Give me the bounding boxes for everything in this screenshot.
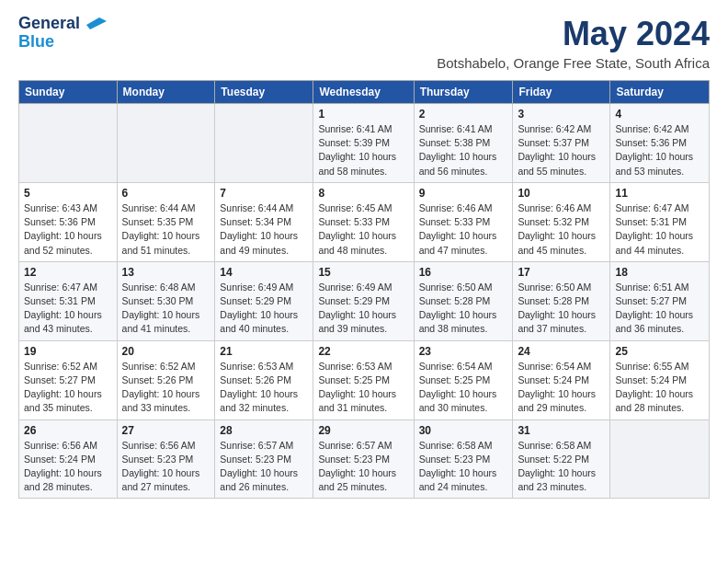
calendar-cell	[117, 104, 215, 183]
day-number: 15	[318, 266, 408, 279]
day-number: 26	[24, 424, 112, 437]
calendar-cell: 15Sunrise: 6:49 AMSunset: 5:29 PMDayligh…	[313, 261, 414, 340]
day-number: 13	[122, 266, 210, 279]
day-number: 20	[122, 345, 210, 358]
day-number: 7	[220, 187, 308, 200]
calendar-week-2: 5Sunrise: 6:43 AMSunset: 5:36 PMDaylight…	[19, 182, 710, 261]
calendar-cell: 16Sunrise: 6:50 AMSunset: 5:28 PMDayligh…	[414, 261, 513, 340]
subtitle: Botshabelo, Orange Free State, South Afr…	[437, 55, 710, 71]
day-info: Sunrise: 6:57 AMSunset: 5:23 PMDaylight:…	[318, 439, 408, 495]
day-info: Sunrise: 6:54 AMSunset: 5:25 PMDaylight:…	[419, 360, 508, 416]
calendar-cell: 17Sunrise: 6:50 AMSunset: 5:28 PMDayligh…	[513, 261, 610, 340]
day-info: Sunrise: 6:46 AMSunset: 5:32 PMDaylight:…	[518, 201, 605, 258]
calendar-cell	[19, 104, 118, 183]
calendar-header-monday: Monday	[117, 81, 215, 104]
day-info: Sunrise: 6:54 AMSunset: 5:24 PMDaylight:…	[518, 360, 605, 416]
calendar-cell: 21Sunrise: 6:53 AMSunset: 5:26 PMDayligh…	[215, 340, 313, 419]
calendar-cell: 4Sunrise: 6:42 AMSunset: 5:36 PMDaylight…	[610, 104, 710, 183]
calendar-cell: 20Sunrise: 6:52 AMSunset: 5:26 PMDayligh…	[117, 340, 215, 419]
calendar-header-tuesday: Tuesday	[215, 81, 313, 104]
main-title: May 2024	[437, 15, 710, 53]
calendar-cell: 6Sunrise: 6:44 AMSunset: 5:35 PMDaylight…	[117, 182, 215, 261]
svg-marker-0	[86, 17, 107, 29]
logo-wing-icon	[86, 17, 107, 30]
day-number: 30	[419, 424, 508, 437]
calendar-cell: 30Sunrise: 6:58 AMSunset: 5:23 PMDayligh…	[414, 419, 513, 499]
calendar-cell: 22Sunrise: 6:53 AMSunset: 5:25 PMDayligh…	[313, 340, 414, 419]
day-info: Sunrise: 6:58 AMSunset: 5:22 PMDaylight:…	[518, 439, 605, 495]
day-number: 23	[419, 345, 508, 358]
day-number: 25	[615, 345, 704, 358]
day-info: Sunrise: 6:56 AMSunset: 5:23 PMDaylight:…	[122, 439, 210, 495]
day-info: Sunrise: 6:44 AMSunset: 5:34 PMDaylight:…	[220, 201, 308, 258]
day-number: 27	[122, 424, 210, 437]
calendar-cell: 5Sunrise: 6:43 AMSunset: 5:36 PMDaylight…	[19, 182, 118, 261]
calendar-cell: 19Sunrise: 6:52 AMSunset: 5:27 PMDayligh…	[19, 340, 118, 419]
day-number: 22	[318, 345, 408, 358]
day-info: Sunrise: 6:43 AMSunset: 5:36 PMDaylight:…	[24, 201, 112, 258]
calendar-cell: 8Sunrise: 6:45 AMSunset: 5:33 PMDaylight…	[313, 182, 414, 261]
day-info: Sunrise: 6:50 AMSunset: 5:28 PMDaylight:…	[419, 281, 508, 337]
day-number: 12	[24, 266, 112, 279]
calendar-cell: 26Sunrise: 6:56 AMSunset: 5:24 PMDayligh…	[19, 419, 118, 499]
day-info: Sunrise: 6:42 AMSunset: 5:37 PMDaylight:…	[518, 122, 605, 178]
calendar-header-sunday: Sunday	[19, 81, 118, 104]
calendar-cell: 25Sunrise: 6:55 AMSunset: 5:24 PMDayligh…	[610, 340, 710, 419]
day-info: Sunrise: 6:48 AMSunset: 5:30 PMDaylight:…	[122, 281, 210, 337]
day-number: 17	[518, 266, 605, 279]
calendar-cell	[215, 104, 313, 183]
logo: General Blue	[18, 15, 107, 52]
header: General Blue May 2024 Botshabelo, Orange…	[18, 15, 710, 71]
day-info: Sunrise: 6:51 AMSunset: 5:27 PMDaylight:…	[615, 281, 704, 337]
calendar-cell: 24Sunrise: 6:54 AMSunset: 5:24 PMDayligh…	[513, 340, 610, 419]
calendar-cell: 1Sunrise: 6:41 AMSunset: 5:39 PMDaylight…	[313, 104, 414, 183]
day-info: Sunrise: 6:53 AMSunset: 5:25 PMDaylight:…	[318, 360, 408, 416]
day-number: 4	[615, 108, 704, 121]
calendar-header-saturday: Saturday	[610, 81, 710, 104]
day-info: Sunrise: 6:41 AMSunset: 5:39 PMDaylight:…	[318, 122, 408, 178]
day-info: Sunrise: 6:57 AMSunset: 5:23 PMDaylight:…	[220, 439, 308, 495]
day-number: 31	[518, 424, 605, 437]
day-info: Sunrise: 6:53 AMSunset: 5:26 PMDaylight:…	[220, 360, 308, 416]
calendar-cell: 31Sunrise: 6:58 AMSunset: 5:22 PMDayligh…	[513, 419, 610, 499]
day-info: Sunrise: 6:58 AMSunset: 5:23 PMDaylight:…	[419, 439, 508, 495]
day-number: 6	[122, 187, 210, 200]
calendar-cell: 12Sunrise: 6:47 AMSunset: 5:31 PMDayligh…	[19, 261, 118, 340]
day-info: Sunrise: 6:46 AMSunset: 5:33 PMDaylight:…	[419, 201, 508, 258]
day-number: 8	[318, 187, 408, 200]
calendar-cell: 7Sunrise: 6:44 AMSunset: 5:34 PMDaylight…	[215, 182, 313, 261]
logo-general: General	[18, 14, 80, 32]
calendar-header-row: SundayMondayTuesdayWednesdayThursdayFrid…	[19, 81, 710, 104]
day-number: 2	[419, 108, 508, 121]
calendar-cell: 14Sunrise: 6:49 AMSunset: 5:29 PMDayligh…	[215, 261, 313, 340]
calendar-cell: 28Sunrise: 6:57 AMSunset: 5:23 PMDayligh…	[215, 419, 313, 499]
calendar-cell: 27Sunrise: 6:56 AMSunset: 5:23 PMDayligh…	[117, 419, 215, 499]
day-number: 21	[220, 345, 308, 358]
day-number: 18	[615, 266, 704, 279]
day-number: 9	[419, 187, 508, 200]
day-number: 19	[24, 345, 112, 358]
day-number: 10	[518, 187, 605, 200]
calendar-header-friday: Friday	[513, 81, 610, 104]
day-number: 5	[24, 187, 112, 200]
calendar-week-1: 1Sunrise: 6:41 AMSunset: 5:39 PMDaylight…	[19, 104, 710, 183]
calendar-week-4: 19Sunrise: 6:52 AMSunset: 5:27 PMDayligh…	[19, 340, 710, 419]
day-number: 11	[615, 187, 704, 200]
calendar-cell: 9Sunrise: 6:46 AMSunset: 5:33 PMDaylight…	[414, 182, 513, 261]
calendar-cell: 18Sunrise: 6:51 AMSunset: 5:27 PMDayligh…	[610, 261, 710, 340]
calendar-cell: 11Sunrise: 6:47 AMSunset: 5:31 PMDayligh…	[610, 182, 710, 261]
day-info: Sunrise: 6:44 AMSunset: 5:35 PMDaylight:…	[122, 201, 210, 258]
calendar-week-5: 26Sunrise: 6:56 AMSunset: 5:24 PMDayligh…	[19, 419, 710, 499]
title-block: May 2024 Botshabelo, Orange Free State, …	[437, 15, 710, 71]
day-info: Sunrise: 6:47 AMSunset: 5:31 PMDaylight:…	[24, 281, 112, 337]
day-info: Sunrise: 6:55 AMSunset: 5:24 PMDaylight:…	[615, 360, 704, 416]
day-number: 24	[518, 345, 605, 358]
day-info: Sunrise: 6:50 AMSunset: 5:28 PMDaylight:…	[518, 281, 605, 337]
calendar-header-thursday: Thursday	[414, 81, 513, 104]
page: General Blue May 2024 Botshabelo, Orange…	[0, 0, 728, 513]
calendar-cell	[610, 419, 710, 499]
day-number: 16	[419, 266, 508, 279]
day-number: 29	[318, 424, 408, 437]
calendar-cell: 13Sunrise: 6:48 AMSunset: 5:30 PMDayligh…	[117, 261, 215, 340]
calendar-table: SundayMondayTuesdayWednesdayThursdayFrid…	[18, 80, 710, 499]
